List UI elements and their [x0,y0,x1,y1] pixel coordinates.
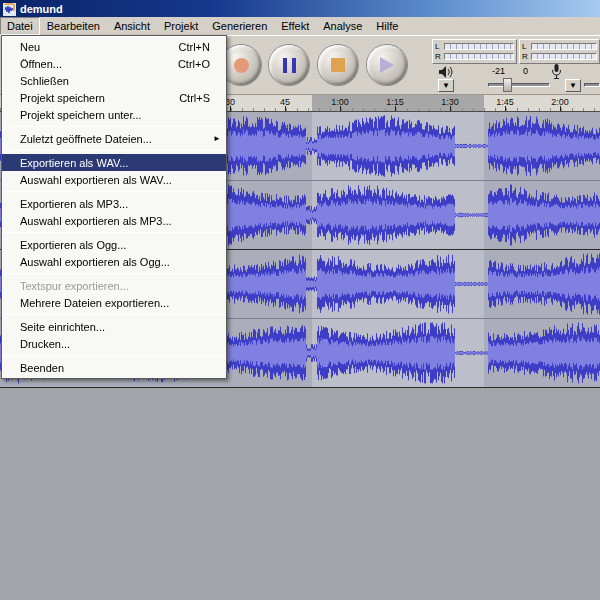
menu-item-schliessen[interactable]: Schließen [2,72,226,89]
menu-item-projekt-speichern-unter[interactable]: Projekt speichern unter... [2,106,226,123]
menu-item-neu[interactable]: Neu Ctrl+N [2,38,226,55]
menu-item-auswahl-exportieren-als-ogg[interactable]: Auswahl exportieren als Ogg... [2,253,226,270]
menu-separator [4,273,224,274]
menubar-item-datei[interactable]: Datei [0,17,40,35]
menu-item-beenden[interactable]: Beenden [2,359,226,376]
speaker-icon [438,65,451,78]
menu-item-exportieren-als-wav[interactable]: Exportieren als WAV... [2,154,226,171]
menubar-item-hilfe[interactable]: Hilfe [369,17,405,35]
menu-shortcut: Ctrl+N [179,41,210,53]
play-button[interactable] [367,45,407,85]
ruler-tick: 30 [230,106,231,111]
menu-item-projekt-speichern[interactable]: Projekt speichern Ctrl+S [2,89,226,106]
output-meter-left-bar [444,43,514,50]
menu-item-zuletzt-geoeffnete-dateien[interactable]: Zuletzt geöffnete Dateien... ► [2,130,226,147]
menu-separator [4,314,224,315]
output-meter: L R [432,39,517,64]
audacity-logo-icon [3,2,16,15]
menubar-item-analyse[interactable]: Analyse [316,17,369,35]
menu-item-exportieren-als-ogg[interactable]: Exportieren als Ogg... [2,236,226,253]
input-source-dropdown[interactable]: ▼ [565,79,581,92]
meter-scale-max: 0 [523,66,528,76]
ruler-tick: 1:30 [450,106,451,111]
menu-item-textspur-exportieren[interactable]: Textspur exportieren... [2,277,226,294]
play-icon [380,57,394,73]
dropdown-arrow-icon: ▼ [569,81,577,90]
menu-separator [4,126,224,127]
menu-separator [4,355,224,356]
ruler-tick: 1:45 [505,106,506,111]
meter-left-label: L [435,42,444,51]
menu-item-exportieren-als-mp3[interactable]: Exportieren als MP3... [2,195,226,212]
menubar-item-projekt[interactable]: Projekt [157,17,205,35]
record-button[interactable] [221,45,261,85]
submenu-arrow-icon: ► [213,134,221,143]
microphone-icon [551,63,564,76]
menubar-item-effekt[interactable]: Effekt [274,17,316,35]
workspace-background [0,390,600,600]
menu-item-auswahl-exportieren-als-mp3[interactable]: Auswahl exportieren als MP3... [2,212,226,229]
title-bar[interactable]: demund [0,0,600,17]
menu-item-auswahl-exportieren-als-wav[interactable]: Auswahl exportieren als WAV... [2,171,226,188]
output-volume-slider[interactable] [488,83,550,87]
menubar-item-generieren[interactable]: Generieren [205,17,274,35]
meter-scale-min: -21 [492,66,505,76]
window-title: demund [20,3,63,15]
ruler-tick: 1:00 [340,106,341,111]
ruler-tick: 45 [285,106,286,111]
ruler-tick: 1:15 [395,106,396,111]
menu-separator [4,150,224,151]
menubar-item-bearbeiten[interactable]: Bearbeiten [40,17,107,35]
stop-icon [331,58,345,72]
menu-separator [4,191,224,192]
output-volume-handle[interactable] [503,78,512,92]
pause-button[interactable] [269,45,309,85]
input-meter: L R [519,39,600,64]
menu-item-mehrere-dateien-exportieren[interactable]: Mehrere Dateien exportieren... [2,294,226,311]
output-meter-right-bar [444,53,514,60]
menu-shortcut: Ctrl+S [179,92,210,104]
meter-right-label: R [435,52,444,61]
file-menu: Neu Ctrl+N Öffnen... Ctrl+O Schließen Pr… [1,35,227,379]
menu-shortcut: Ctrl+O [178,58,210,70]
input-meter-right-bar [531,53,597,60]
input-meter-left-bar [531,43,597,50]
output-volume-dropdown[interactable]: ▼ [438,79,454,92]
audacity-window: demund Datei Bearbeiten Ansicht Projekt … [0,0,600,600]
meter-right-label: R [522,52,531,61]
dropdown-arrow-icon: ▼ [442,81,450,90]
stop-button[interactable] [318,45,358,85]
menu-bar: Datei Bearbeiten Ansicht Projekt Generie… [0,17,600,35]
record-icon [234,58,249,73]
meter-left-label: L [522,42,531,51]
menu-item-drucken[interactable]: Drucken... [2,335,226,352]
ruler-tick: 2:00 [560,106,561,111]
menu-separator [4,232,224,233]
input-volume-slider[interactable] [584,83,600,87]
pause-icon [283,58,296,73]
menubar-item-ansicht[interactable]: Ansicht [107,17,157,35]
menu-item-oeffnen[interactable]: Öffnen... Ctrl+O [2,55,226,72]
menu-item-seite-einrichten[interactable]: Seite einrichten... [2,318,226,335]
